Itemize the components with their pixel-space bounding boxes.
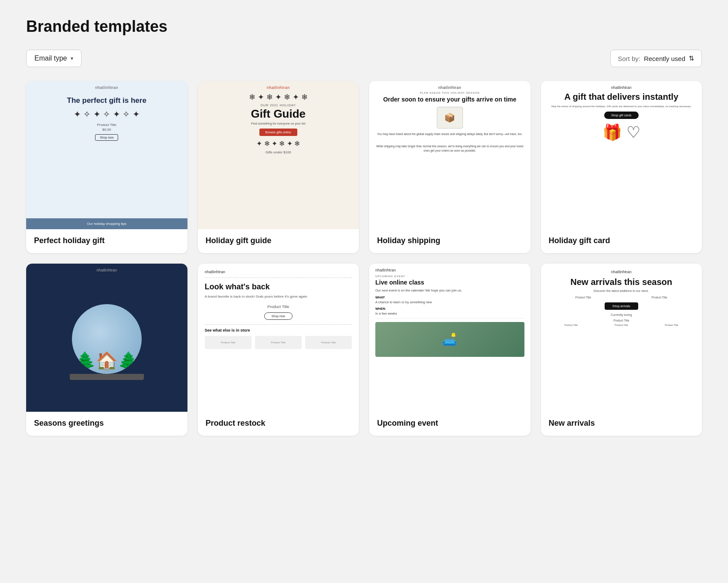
t7-divider bbox=[375, 318, 524, 319]
t6-prod2: Product Title bbox=[255, 336, 302, 349]
t7-when-label: WHEN bbox=[375, 307, 524, 311]
t1-footer: Our holiday shopping tips bbox=[26, 218, 187, 229]
t2-btn: Browse gifts online bbox=[259, 129, 297, 136]
t3-sender: nhatlinhtran bbox=[438, 85, 461, 90]
template-label-3: Holiday shipping bbox=[369, 229, 531, 253]
t6-divider-mid bbox=[205, 324, 352, 325]
t4-title: A gift that delivers instantly bbox=[564, 92, 678, 102]
template-preview-6: nhatlinhtran Look what's back A brand fa… bbox=[198, 264, 359, 412]
t6-prod3: Product Title bbox=[305, 336, 352, 349]
t6-title: Look what's back bbox=[205, 282, 352, 292]
template-card-holiday-gift-guide[interactable]: nhatlinhtran ❄ ✦ ❄ ✦ ❄ ✦ ❄ OUR 2021 HOLI… bbox=[198, 81, 359, 253]
t6-more: See what else is in store bbox=[205, 328, 352, 332]
t1-product-title: Product Title bbox=[97, 123, 116, 127]
template-preview-4: nhatlinhtran A gift that delivers instan… bbox=[541, 81, 702, 229]
t2-snowflakes-top: ❄ ✦ ❄ ✦ ❄ ✦ ❄ bbox=[249, 92, 308, 102]
t8-title: New arrivals this season bbox=[571, 277, 672, 287]
t7-upcoming-label: UPCOMING EVENT bbox=[375, 275, 524, 278]
template-card-holiday-shipping[interactable]: nhatlinhtran PLAN AHEAD THIS HOLIDAY SEA… bbox=[369, 81, 531, 253]
template-card-seasons-greetings[interactable]: nhatlinhtran 🌲🏠🌲 Seasons greetings bbox=[26, 264, 187, 436]
t2-eyebrow: OUR 2021 HOLIDAY bbox=[261, 104, 296, 107]
t7-event-image: 🛋️ bbox=[375, 322, 524, 357]
sort-value: Recently used bbox=[644, 55, 685, 62]
t8-prod1: Product Title bbox=[547, 296, 620, 299]
chevron-up-down-icon: ⇅ bbox=[689, 54, 694, 62]
t1-sender: nhatlinhtran bbox=[95, 85, 118, 90]
t7-intro: Our next event is on the calendar! We ho… bbox=[375, 288, 524, 293]
template-card-new-arrivals[interactable]: nhatlinhtran New arrivals this season Di… bbox=[541, 264, 702, 436]
t1-price: $0.00 bbox=[102, 128, 111, 132]
t6-desc: A brand favorite is back in stock! Grab … bbox=[205, 294, 352, 299]
t7-when-value: In a few weeks bbox=[375, 312, 524, 315]
t6-product-title: Product Title bbox=[205, 305, 352, 309]
t8-prod-single: Product Title bbox=[613, 319, 629, 322]
t8-sender: nhatlinhtran bbox=[611, 270, 632, 274]
template-card-upcoming-event[interactable]: nhatlinhtran UPCOMING EVENT Live online … bbox=[369, 264, 531, 436]
t2-sender: nhatlinhtran bbox=[267, 85, 290, 90]
t3-body1: You may have heard about the global supp… bbox=[377, 132, 522, 136]
t2-footer: Gifts under $100 bbox=[265, 150, 291, 154]
t1-shop-btn: Shop now bbox=[95, 134, 118, 141]
t6-sender: nhatlinhtran bbox=[205, 270, 352, 274]
sort-label: Sort by: bbox=[618, 55, 640, 62]
t8-shop-btn: Shop arrivals bbox=[605, 302, 638, 310]
t8-prod-row3: Product Title bbox=[647, 324, 696, 326]
t6-products-row: Product Title Product Title Product Titl… bbox=[205, 336, 352, 349]
t4-sender: nhatlinhtran bbox=[611, 85, 632, 90]
template-grid: nhatlinhtran The perfect gift is here ✦ … bbox=[26, 81, 702, 436]
template-preview-3: nhatlinhtran PLAN AHEAD THIS HOLIDAY SEA… bbox=[369, 81, 531, 229]
template-label-1: Perfect holiday gift bbox=[26, 229, 187, 253]
t6-prod1: Product Title bbox=[205, 336, 252, 349]
t7-what-value: A chance to learn or try something new bbox=[375, 300, 524, 304]
template-label-7: Upcoming event bbox=[369, 412, 531, 436]
t5-sender: nhatlinhtran bbox=[96, 268, 117, 272]
t8-prod-row1: Product Title bbox=[547, 324, 595, 326]
template-card-perfect-holiday-gift[interactable]: nhatlinhtran The perfect gift is here ✦ … bbox=[26, 81, 187, 253]
sort-by-dropdown[interactable]: Sort by: Recently used ⇅ bbox=[610, 50, 702, 67]
t7-sender: nhatlinhtran bbox=[375, 268, 524, 272]
t7-what-label: WHAT bbox=[375, 295, 524, 299]
t1-title: The perfect gift is here bbox=[67, 96, 146, 105]
email-type-label: Email type bbox=[34, 54, 67, 62]
t3-box-icon: 📦 bbox=[437, 107, 463, 129]
t8-prod2: Product Title bbox=[623, 296, 696, 299]
t8-loving: Currently loving bbox=[611, 313, 632, 316]
t7-title: Live online class bbox=[375, 279, 524, 286]
t8-prod-row2: Product Title bbox=[597, 324, 646, 326]
template-card-holiday-gift-card[interactable]: nhatlinhtran A gift that delivers instan… bbox=[541, 81, 702, 253]
t2-desc: Find something for everyone on your list bbox=[251, 122, 306, 125]
t8-products-row-bottom: Product Title Product Title Product Titl… bbox=[547, 324, 696, 326]
template-label-8: New arrivals bbox=[541, 412, 702, 436]
template-preview-8: nhatlinhtran New arrivals this season Di… bbox=[541, 264, 702, 412]
t4-illustration-icon: 🎁 ♡ bbox=[602, 123, 640, 142]
toolbar: Email type ▾ Sort by: Recently used ⇅ bbox=[26, 50, 702, 67]
template-label-5: Seasons greetings bbox=[26, 412, 187, 436]
template-card-product-restock[interactable]: nhatlinhtran Look what's back A brand fa… bbox=[198, 264, 359, 436]
template-preview-5: nhatlinhtran 🌲🏠🌲 bbox=[26, 264, 187, 412]
t8-products-row-top: Product Title Product Title bbox=[547, 296, 696, 299]
template-preview-1: nhatlinhtran The perfect gift is here ✦ … bbox=[26, 81, 187, 229]
t5-scene-icon: 🌲🏠🌲 bbox=[74, 352, 139, 374]
t2-title: Gift Guide bbox=[251, 108, 306, 120]
template-label-6: Product restock bbox=[198, 412, 359, 436]
t6-divider-top bbox=[205, 278, 352, 278]
t6-shop-btn: Shop now bbox=[264, 312, 293, 320]
t3-title: Order soon to ensure your gifts arrive o… bbox=[383, 95, 517, 103]
t1-lights: ✦ ✧ ✦ ✧ ✦ ✧ ✦ bbox=[74, 109, 140, 119]
email-type-button[interactable]: Email type ▾ bbox=[26, 50, 82, 67]
template-label-4: Holiday gift card bbox=[541, 229, 702, 253]
t4-desc: Skip the stress of shipping around the h… bbox=[551, 105, 691, 108]
t8-desc: Discover the latest additions to our sto… bbox=[594, 289, 649, 292]
chevron-down-icon: ▾ bbox=[71, 55, 73, 61]
template-preview-7: nhatlinhtran UPCOMING EVENT Live online … bbox=[369, 264, 531, 412]
page-title: Branded templates bbox=[26, 17, 702, 36]
template-label-2: Holiday gift guide bbox=[198, 229, 359, 253]
t5-snow-globe: 🌲🏠🌲 bbox=[72, 304, 142, 374]
t3-body2: While shipping may take longer than norm… bbox=[374, 144, 525, 153]
t4-btn: Shop gift cards bbox=[604, 112, 639, 119]
t2-snowflakes-bot: ✦ ❄ ✦ ❄ ✦ ❄ bbox=[256, 139, 300, 148]
t5-globe-base bbox=[70, 374, 144, 380]
t1-body: The perfect gift is here ✦ ✧ ✦ ✧ ✦ ✧ ✦ P… bbox=[26, 92, 187, 218]
template-preview-2: nhatlinhtran ❄ ✦ ❄ ✦ ❄ ✦ ❄ OUR 2021 HOLI… bbox=[198, 81, 359, 229]
t3-plan: PLAN AHEAD THIS HOLIDAY SEASON bbox=[420, 92, 480, 94]
